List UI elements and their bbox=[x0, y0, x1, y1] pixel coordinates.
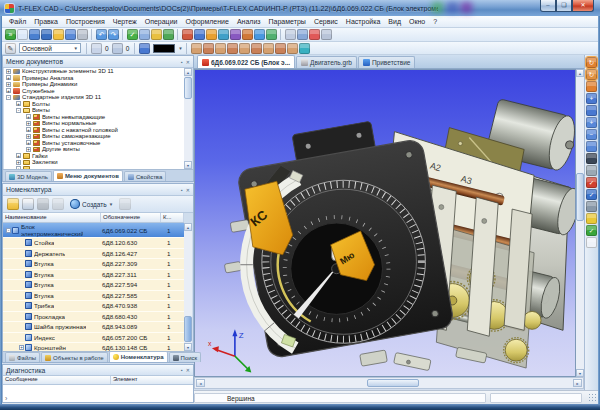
menu-item[interactable]: Построения bbox=[62, 18, 109, 25]
menu-item[interactable]: Оформление bbox=[181, 18, 232, 25]
diagnostics-header[interactable]: Диагностика ▪ ✕ bbox=[3, 365, 193, 376]
panel-tab[interactable]: 3D Модель bbox=[5, 171, 52, 181]
expand-toggle-icon[interactable]: + bbox=[26, 121, 31, 126]
table-row[interactable]: Прокладка 6Д8.680.430 1 bbox=[3, 312, 184, 323]
save-icon[interactable] bbox=[37, 198, 49, 210]
measure-icon[interactable] bbox=[151, 29, 162, 40]
axes-icon[interactable] bbox=[194, 29, 205, 40]
circle-view-toggle[interactable] bbox=[299, 43, 310, 54]
expand-toggle-icon[interactable]: + bbox=[6, 88, 11, 93]
document-tab[interactable]: 6Д6.069.022 СБ (Блок э... bbox=[197, 55, 295, 68]
nomenclature-scrollbar[interactable]: ▲ ▼ bbox=[184, 223, 192, 351]
table-row[interactable]: Втулка 6Д8.227.309 1 bbox=[3, 259, 184, 270]
color-picker-icon[interactable] bbox=[139, 43, 150, 54]
revolve-icon[interactable] bbox=[230, 29, 241, 40]
scroll-down-arrow[interactable]: ▼ bbox=[184, 161, 192, 169]
workplane-view-toggle-4[interactable] bbox=[227, 43, 238, 54]
expand-toggle-icon[interactable]: + bbox=[6, 82, 11, 87]
line-style-select[interactable]: Основной ▼ bbox=[19, 43, 81, 53]
expand-toggle-icon[interactable]: + bbox=[26, 140, 31, 145]
menu-item[interactable]: Окно bbox=[405, 18, 429, 25]
expand-toggle-icon[interactable]: + bbox=[16, 160, 21, 165]
page-setup-icon[interactable] bbox=[139, 29, 150, 40]
panel-tab[interactable]: Номенклатура bbox=[109, 351, 168, 362]
expand-toggle-icon[interactable]: - bbox=[16, 108, 21, 113]
workplane-view-toggle-8[interactable] bbox=[275, 43, 286, 54]
column-header-code[interactable]: Обозначение bbox=[101, 213, 161, 222]
menu-item[interactable]: Чертеж bbox=[109, 18, 141, 25]
expand-toggle-icon[interactable]: + bbox=[26, 114, 31, 119]
redo-icon[interactable]: ↷ bbox=[108, 29, 119, 40]
insert-icon[interactable] bbox=[119, 198, 131, 210]
spin-model-icon[interactable] bbox=[586, 81, 597, 92]
boolean-icon[interactable] bbox=[242, 29, 253, 40]
help-topic-icon[interactable] bbox=[309, 29, 320, 40]
panel-tab[interactable]: Свойства bbox=[124, 171, 166, 181]
continuous-rotate-icon[interactable]: ↻ bbox=[586, 69, 597, 80]
menu-item[interactable]: Анализ bbox=[233, 18, 265, 25]
zoom-out-icon[interactable]: − bbox=[586, 129, 597, 140]
minimize-button[interactable]: – bbox=[540, 0, 556, 12]
table-row[interactable]: + Кронштейн 6Д6.130.148 СБ 1 bbox=[3, 343, 184, 351]
workplane-view-toggle-7[interactable] bbox=[263, 43, 274, 54]
viewport-frame-icon[interactable] bbox=[586, 237, 597, 248]
expand-toggle-icon[interactable]: + bbox=[19, 345, 24, 350]
expand-toggle-icon[interactable]: + bbox=[6, 75, 11, 80]
page-icon[interactable] bbox=[91, 43, 102, 54]
menu-item[interactable]: Параметры bbox=[265, 18, 310, 25]
scroll-up-arrow[interactable]: ▲ bbox=[184, 223, 192, 231]
print-icon[interactable] bbox=[77, 29, 88, 40]
nomenclature-header[interactable]: Номенклатура ▪ ✕ bbox=[3, 184, 193, 196]
scroll-thumb[interactable] bbox=[184, 77, 192, 99]
menu-item[interactable]: Вид bbox=[384, 18, 405, 25]
column-header-message[interactable]: Сообщение bbox=[3, 376, 111, 384]
panel-tab[interactable]: Меню документов bbox=[53, 170, 123, 181]
table-row[interactable]: - Блок электромеханический 6Д6.069.022 С… bbox=[3, 223, 184, 238]
scroll-right-arrow[interactable]: ► bbox=[573, 379, 582, 387]
document-menu-header[interactable]: Меню документов ▪ ✕ bbox=[3, 56, 193, 68]
pan-view-icon[interactable]: + bbox=[586, 93, 597, 104]
apply-view-icon[interactable]: ✓ bbox=[586, 225, 597, 236]
document-tab[interactable]: Приветствие bbox=[358, 56, 416, 68]
hidden-lines-icon[interactable] bbox=[586, 165, 597, 176]
workplane-view-toggle-3[interactable] bbox=[215, 43, 226, 54]
overflow-icon[interactable]: › bbox=[5, 395, 7, 402]
workplane-icon[interactable] bbox=[182, 29, 193, 40]
assembly-icon[interactable] bbox=[266, 29, 277, 40]
expand-toggle-icon[interactable]: + bbox=[26, 147, 31, 152]
layer-icon[interactable] bbox=[112, 43, 123, 54]
sketch-icon[interactable] bbox=[206, 29, 217, 40]
workplane-view-toggle-5[interactable] bbox=[239, 43, 250, 54]
pin-icon[interactable]: ▪ bbox=[181, 187, 183, 193]
edit-style-icon[interactable]: ✎ bbox=[5, 43, 16, 54]
fragment-icon[interactable] bbox=[285, 29, 296, 40]
fillet-icon[interactable] bbox=[254, 29, 265, 40]
pin-icon[interactable]: ▪ bbox=[181, 59, 183, 65]
close-icon[interactable]: ✕ bbox=[186, 187, 190, 193]
chevron-down-icon[interactable]: ▼ bbox=[178, 46, 182, 51]
collapse-chevron-icon[interactable]: » bbox=[5, 29, 16, 40]
expand-toggle-icon[interactable]: - bbox=[6, 228, 11, 233]
workplane-view-toggle-2[interactable] bbox=[203, 43, 214, 54]
scroll-left-arrow[interactable]: ◄ bbox=[196, 379, 205, 387]
scroll-thumb[interactable] bbox=[367, 379, 419, 387]
check-blue-icon[interactable]: ✓ bbox=[586, 189, 597, 200]
panel-tab[interactable]: Объекты в работе bbox=[41, 352, 108, 362]
shade-mode-icon[interactable] bbox=[586, 201, 597, 212]
table-row[interactable]: Стойка 6Д8.120.630 1 bbox=[3, 238, 184, 249]
title-bar[interactable]: T-FLEX CAD - C:\Users\bespalov\Documents… bbox=[0, 0, 600, 16]
maximize-button[interactable]: ❏ bbox=[556, 0, 572, 12]
table-row[interactable]: Шайба пружинная 6Д8.943.089 1 bbox=[3, 322, 184, 333]
expand-toggle-icon[interactable]: + bbox=[26, 127, 31, 132]
scroll-up-arrow[interactable]: ▲ bbox=[576, 69, 584, 77]
open-icon[interactable] bbox=[7, 198, 19, 210]
pin-icon[interactable]: ▪ bbox=[181, 367, 183, 373]
rotate-view-icon[interactable]: ↻ bbox=[586, 57, 597, 68]
check-red-icon[interactable]: ✓ bbox=[586, 177, 597, 188]
workplane-view-toggle-9[interactable] bbox=[287, 43, 298, 54]
column-header-element[interactable]: Элемент bbox=[111, 376, 193, 384]
3d-viewport[interactable]: A2 A3 bbox=[194, 69, 576, 377]
open-folder-icon[interactable] bbox=[53, 29, 64, 40]
zoom-window-icon[interactable] bbox=[586, 105, 597, 116]
current-color-swatch[interactable] bbox=[153, 44, 175, 53]
